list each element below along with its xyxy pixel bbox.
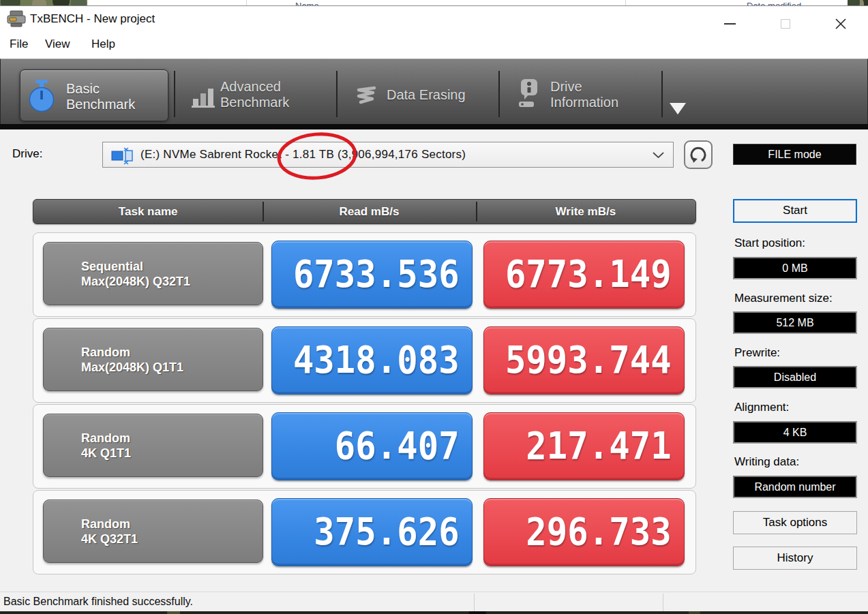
tab-data-erasing[interactable]: Data Erasing — [347, 59, 498, 125]
desktop-background-strip: Name Date modified — [0, 0, 868, 5]
explorer-column-name: Name — [295, 1, 319, 5]
benchmark-row-sequential-q32t1: Sequential Max(2048K) Q32T1 6733.536 677… — [33, 232, 696, 317]
writing-data-label: Writing data: — [734, 455, 799, 469]
read-value: 6733.536 — [271, 241, 473, 309]
drive-select[interactable]: (E:) NVMe Sabrent Rocket - 1.81 TB (3,90… — [102, 142, 674, 168]
benchmark-row-random-q1t1: Random Max(2048K) Q1T1 4318.083 5993.744 — [33, 318, 696, 403]
prewrite-label: Prewrite: — [734, 346, 780, 360]
close-icon[interactable] — [835, 18, 846, 29]
benchmark-row-random-4k-q1t1: Random 4K Q1T1 66.407 217.471 — [33, 404, 696, 489]
drive-info-icon — [518, 78, 541, 110]
menu-help[interactable]: Help — [91, 37, 115, 51]
write-value: 296.733 — [483, 498, 685, 566]
erase-scribble-icon — [354, 85, 378, 107]
refresh-drives-button[interactable] — [684, 140, 713, 169]
column-read: Read mB/s — [263, 200, 475, 224]
tab-basic-benchmark-label: Basic Benchmark — [66, 81, 135, 112]
read-value: 66.407 — [271, 412, 473, 480]
measurement-size-label: Measurement size: — [734, 292, 833, 305]
app-icon — [7, 10, 26, 28]
status-separator — [663, 594, 663, 612]
tab-separator — [498, 71, 500, 117]
drive-label: Drive: — [12, 147, 42, 161]
alignment-label: Alignment: — [734, 401, 789, 414]
start-button[interactable]: Start — [733, 199, 857, 223]
writing-data-value[interactable]: Random number — [733, 476, 857, 498]
alignment-value[interactable]: 4 KB — [733, 421, 857, 444]
tab-advanced-benchmark[interactable]: Advanced Benchmark — [185, 59, 336, 125]
menu-view[interactable]: View — [45, 37, 70, 51]
start-position-label: Start position: — [734, 236, 805, 250]
desktop-bottom-strip — [0, 611, 868, 614]
write-value: 5993.744 — [483, 326, 685, 395]
titlebar: TxBENCH - New project — [0, 5, 868, 32]
column-write: Write mB/s — [476, 200, 695, 224]
menubar: File View Help — [0, 32, 868, 59]
drive-icon — [111, 147, 137, 165]
tab-drive-information[interactable]: Drive Information — [509, 59, 661, 125]
stopwatch-icon — [28, 80, 55, 112]
tab-separator — [661, 71, 663, 117]
menu-file[interactable]: File — [10, 37, 28, 51]
task-button[interactable]: Sequential Max(2048K) Q32T1 — [43, 242, 263, 305]
prewrite-value[interactable]: Disabled — [733, 366, 857, 388]
annotation-red-ellipse — [274, 131, 360, 181]
start-position-value[interactable]: 0 MB — [733, 257, 857, 279]
explorer-column-date: Date modified — [747, 1, 801, 5]
statusbar: Basic Benchmark finished successfully. — [0, 592, 868, 611]
tab-advanced-benchmark-label: Advanced Benchmark — [220, 79, 289, 110]
bar-chart-icon — [192, 87, 216, 108]
write-value: 6773.149 — [483, 241, 685, 309]
table-header: Task name Read mB/s Write mB/s — [33, 199, 696, 224]
minimize-icon[interactable] — [724, 23, 736, 25]
tab-overflow-caret[interactable] — [670, 103, 686, 114]
header-separator — [263, 202, 264, 221]
task-button[interactable]: Random 4K Q1T1 — [43, 414, 263, 477]
tab-data-erasing-label: Data Erasing — [387, 87, 466, 103]
header-separator — [476, 202, 477, 221]
read-value: 4318.083 — [271, 326, 473, 395]
explorer-column-divider — [246, 0, 247, 5]
status-message: Basic Benchmark finished successfully. — [3, 596, 193, 608]
task-options-button[interactable]: Task options — [733, 511, 857, 534]
tab-drive-information-label: Drive Information — [550, 79, 618, 110]
read-value: 375.626 — [271, 498, 473, 566]
chevron-down-icon — [653, 152, 664, 159]
history-button[interactable]: History — [733, 547, 857, 570]
window-title: TxBENCH - New project — [30, 12, 155, 26]
desktop-wallpaper-right — [848, 0, 868, 5]
tab-separator — [174, 71, 175, 117]
file-mode-button[interactable]: FILE mode — [733, 144, 856, 165]
explorer-column-divider — [625, 0, 626, 5]
refresh-icon — [689, 145, 707, 164]
tab-basic-benchmark[interactable]: Basic Benchmark — [20, 70, 168, 121]
tab-bar-bottom-strip — [0, 124, 868, 129]
tab-bar: Basic Benchmark Advanced Benchmark Data … — [0, 59, 868, 124]
task-button[interactable]: Random Max(2048K) Q1T1 — [43, 328, 263, 391]
tab-separator — [336, 71, 338, 117]
desktop-wallpaper-left — [0, 0, 87, 5]
status-separator — [474, 594, 475, 612]
maximize-icon[interactable] — [781, 19, 790, 29]
measurement-size-value[interactable]: 512 MB — [733, 311, 857, 334]
write-value: 217.471 — [483, 412, 685, 480]
task-button[interactable]: Random 4K Q32T1 — [43, 500, 263, 563]
benchmark-row-random-4k-q32t1: Random 4K Q32T1 375.626 296.733 — [33, 490, 696, 574]
column-task-name: Task name — [33, 200, 263, 224]
client-area: Drive: (E:) NVMe Sabrent Rocket - 1.81 T… — [0, 129, 868, 592]
